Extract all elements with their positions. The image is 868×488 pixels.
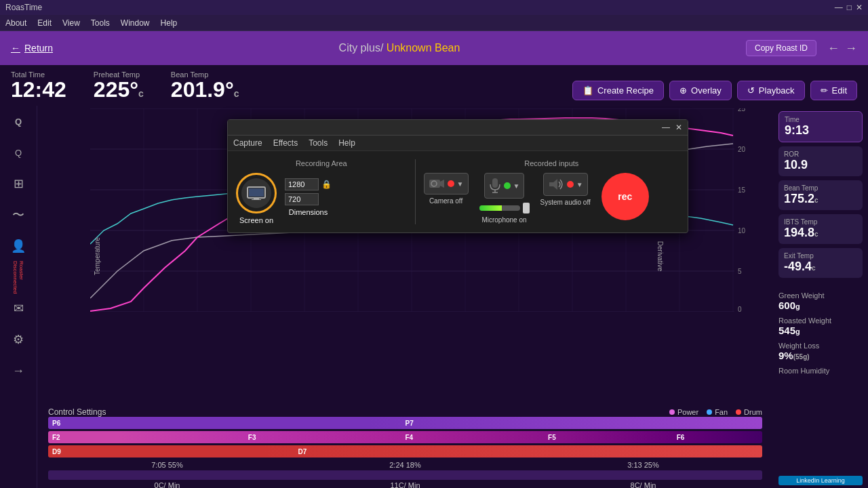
svg-text:10: 10: [738, 227, 746, 235]
dialog-menu-tools[interactable]: Tools: [309, 138, 328, 148]
dimensions-label: Dimensions: [289, 208, 328, 216]
dialog-minimize[interactable]: —: [662, 123, 670, 132]
bottom-stat-r2-3: 8C/ Min: [524, 481, 762, 488]
inputs-row: ▼ Camera off: [424, 173, 679, 224]
sidebar-icon-wave[interactable]: 〜: [8, 205, 28, 225]
sidebar-icon-logout[interactable]: →: [8, 361, 28, 381]
system-audio-label: System audio off: [540, 199, 591, 206]
menu-view[interactable]: View: [62, 18, 80, 28]
main-content: Q Q ⊞ 〜 👤 Roaster Disconnected ✉ ⚙ → Tem…: [0, 106, 868, 488]
legend-drum-dot: [736, 409, 741, 415]
roasted-weight-label: Roasted Weight: [778, 317, 863, 325]
minimize-button[interactable]: —: [835, 3, 843, 12]
drum-label-d7: D7: [298, 448, 307, 455]
exit-temp-value: -49.4c: [784, 260, 857, 274]
bean-temp-stat: Bean Temp 201.9°c: [171, 70, 239, 100]
weight-section: Green Weight 600g Roasted Weight 545g We…: [778, 286, 863, 375]
right-panel: Time 9:13 ROR 10.9 Bean Temp 175.2c IBTS…: [773, 106, 868, 488]
recorded-inputs-section: Recorded inputs: [416, 159, 679, 224]
menu-help[interactable]: Help: [161, 18, 178, 28]
bottom-stat-1-time: 7:05: [151, 461, 167, 469]
sidebar-icon-user[interactable]: 👤: [8, 236, 28, 256]
bottom-progress-bar: [48, 470, 762, 480]
width-input[interactable]: [285, 178, 319, 190]
fan-bar: F2 F3 F4 F5 F6: [48, 431, 762, 443]
total-time-stat: Total Time 12:42: [11, 70, 66, 100]
bottom-stats-row: 7:05 55% 2:24 18% 3:13 25%: [37, 460, 773, 470]
overlay-button[interactable]: ⊕ Overlay: [669, 81, 732, 100]
titlebar-title: RoasTime: [5, 3, 42, 12]
nav-forward-button[interactable]: →: [845, 41, 857, 56]
microphone-label: Microphone on: [481, 216, 526, 224]
screen-on-button[interactable]: [236, 173, 277, 214]
bottom-stat-3-pct: 25%: [644, 461, 659, 469]
titlebar-controls[interactable]: — □ ✕: [835, 3, 863, 12]
microphone-dropdown-arrow[interactable]: ▼: [513, 182, 520, 190]
screen-icon: [241, 178, 271, 208]
legend-drum: Drum: [736, 408, 762, 416]
menu-tools[interactable]: Tools: [91, 18, 110, 28]
microphone-button[interactable]: ▼: [484, 173, 525, 199]
dialog-close[interactable]: ✕: [675, 123, 682, 132]
svg-rect-43: [254, 198, 259, 199]
system-audio-dropdown-arrow[interactable]: ▼: [576, 181, 583, 188]
recorded-inputs-title: Recorded inputs: [424, 159, 679, 167]
close-button[interactable]: ✕: [856, 3, 863, 12]
dialog-body: Recording Area: [228, 151, 688, 232]
camera-dropdown-arrow[interactable]: ▼: [457, 180, 464, 188]
control-settings-header: Control Settings Power Fan Drum: [37, 406, 773, 417]
copy-roast-id-button[interactable]: Copy Roast ID: [746, 40, 816, 56]
green-weight-label: Green Weight: [778, 291, 863, 300]
svg-rect-45: [249, 188, 264, 197]
volume-handle[interactable]: [523, 203, 530, 214]
create-recipe-button[interactable]: 📋 Create Recipe: [572, 81, 664, 100]
svg-rect-49: [492, 178, 498, 188]
sidebar-icon-grid[interactable]: ⊞: [8, 174, 28, 194]
maximize-button[interactable]: □: [847, 3, 852, 12]
recording-area-title: Recording Area: [236, 159, 407, 167]
svg-text:20: 20: [738, 146, 746, 153]
microphone-status-dot: [504, 182, 511, 189]
menu-about[interactable]: About: [5, 18, 26, 28]
weight-loss-label: Weight Loss: [778, 342, 863, 350]
titlebar: RoasTime — □ ✕: [0, 0, 868, 15]
roasted-weight-value: 545g: [778, 325, 863, 336]
height-input[interactable]: [285, 193, 319, 205]
legend-fan: Fan: [707, 408, 728, 416]
ror-metric: ROR 10.9: [778, 146, 863, 176]
sidebar-icon-settings[interactable]: ⚙: [8, 329, 28, 350]
stats-row: Total Time 12:42 Preheat Temp 225°c Bean…: [0, 65, 868, 106]
control-bars: P6 P7 F2 F3 F4 F5 F6 D9 D7: [37, 417, 773, 460]
svg-text:0: 0: [738, 306, 742, 312]
menu-window[interactable]: Window: [121, 18, 150, 28]
time-value: 9:13: [785, 123, 856, 138]
menu-edit[interactable]: Edit: [37, 18, 52, 28]
sidebar-icon-q1[interactable]: Q: [8, 111, 28, 131]
edit-button[interactable]: ✏ Edit: [810, 81, 857, 100]
fan-label-f5: F5: [548, 434, 556, 441]
record-button[interactable]: rec: [601, 173, 649, 220]
bottom-stat-1: 7:05 55%: [48, 461, 286, 469]
camera-button[interactable]: ▼: [424, 173, 469, 195]
fan-label-f3: F3: [248, 434, 256, 441]
system-audio-button[interactable]: ▼: [543, 173, 588, 196]
return-button[interactable]: ← Return: [11, 43, 53, 54]
preheat-temp-value: 225°c: [94, 79, 144, 100]
bottom-stat-2: 2:24 18%: [286, 461, 524, 469]
legend-fan-label: Fan: [715, 408, 728, 416]
return-label[interactable]: Return: [24, 43, 53, 54]
screen-on-label: Screen on: [239, 216, 273, 224]
playback-button[interactable]: ↺ Playback: [737, 81, 805, 100]
dialog-controls[interactable]: — ✕: [662, 123, 682, 132]
dialog-menu-effects[interactable]: Effects: [273, 138, 298, 148]
system-audio-status-dot: [567, 181, 574, 188]
drum-bar: D9 D7: [48, 445, 762, 458]
sidebar-icon-mail[interactable]: ✉: [8, 298, 28, 319]
dialog-menu-capture[interactable]: Capture: [233, 138, 262, 148]
nav-back-button[interactable]: ←: [827, 41, 840, 56]
exit-temp-label: Exit Temp: [784, 252, 857, 260]
camera-input-item: ▼ Camera off: [424, 173, 469, 205]
sidebar-icon-q2[interactable]: Q: [8, 142, 28, 163]
fan-label-f4: F4: [406, 434, 414, 441]
dialog-menu-help[interactable]: Help: [338, 138, 355, 148]
